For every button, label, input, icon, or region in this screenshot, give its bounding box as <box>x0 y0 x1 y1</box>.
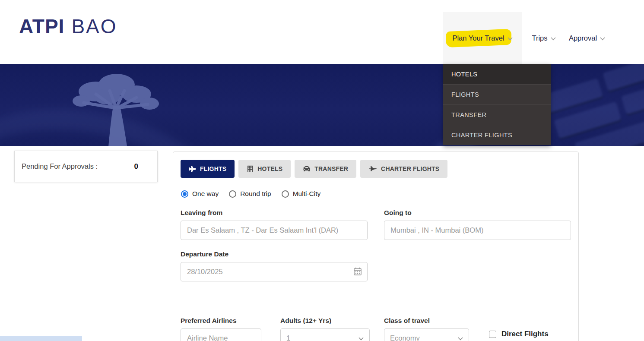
tab-transfer-label: TRANSFER <box>314 165 348 172</box>
radio-one-way[interactable]: One way <box>181 190 219 198</box>
nav-plan-your-travel-label: Plan Your Travel <box>452 34 504 42</box>
departure-date-label: Departure Date <box>181 250 228 258</box>
nav-plan-your-travel[interactable]: Plan Your Travel <box>443 12 522 64</box>
radio-multi-city-label: Multi-City <box>293 190 321 198</box>
going-to-input[interactable] <box>384 221 571 240</box>
chevron-down-icon <box>508 37 513 41</box>
radio-unselected-icon[interactable] <box>229 190 236 198</box>
leaving-from-input[interactable] <box>181 221 368 240</box>
nav-trips[interactable]: Trips <box>524 12 564 64</box>
preferred-airlines-input[interactable] <box>181 328 261 341</box>
bottom-left-widget-edge <box>0 336 82 341</box>
logo[interactable]: ATPI BAO <box>19 15 117 38</box>
booking-tabs: FLIGHTS HOTELS TRANSFER CHARTER FLIGHTS <box>181 160 447 178</box>
tab-charter-flights-label: CHARTER FLIGHTS <box>381 165 439 172</box>
tab-charter-flights[interactable]: CHARTER FLIGHTS <box>360 160 447 178</box>
radio-round-trip-label: Round trip <box>240 190 271 198</box>
header: ATPI BAO Plan Your Travel Trips Approval <box>0 0 644 64</box>
tab-flights[interactable]: FLIGHTS <box>181 160 235 178</box>
chevron-down-icon <box>600 37 605 41</box>
pending-approvals-card: Pending For Approvals : 0 <box>14 151 158 182</box>
calendar-icon[interactable] <box>353 267 362 278</box>
class-of-travel-select[interactable]: Economy <box>384 328 469 341</box>
fighter-jet-icon <box>368 165 377 172</box>
tab-hotels[interactable]: HOTELS <box>238 160 291 178</box>
tab-flights-label: FLIGHTS <box>200 165 226 172</box>
radio-unselected-icon[interactable] <box>282 190 289 198</box>
trip-type-options: One way Round trip Multi-City <box>181 190 320 198</box>
hotel-icon <box>247 165 254 172</box>
nav-approval[interactable]: Approval <box>563 12 611 64</box>
tab-transfer[interactable]: TRANSFER <box>295 160 356 178</box>
going-to-label: Going to <box>384 209 412 217</box>
radio-multi-city[interactable]: Multi-City <box>282 190 321 198</box>
car-icon <box>303 165 311 172</box>
direct-flights-option[interactable]: Direct Flights <box>489 330 549 338</box>
nav-approval-label: Approval <box>569 34 597 42</box>
departure-date-input[interactable] <box>181 262 368 281</box>
radio-one-way-label: One way <box>192 190 219 198</box>
class-of-travel-label: Class of travel <box>384 317 430 325</box>
adults-label: Adults (12+ Yrs) <box>280 317 331 325</box>
chevron-down-icon <box>458 334 463 341</box>
chevron-down-icon <box>551 37 556 41</box>
tab-hotels-label: HOTELS <box>257 165 282 172</box>
pending-approvals-count: 0 <box>134 162 138 171</box>
radio-round-trip[interactable]: Round trip <box>229 190 271 198</box>
dropdown-item-transfer[interactable]: TRANSFER <box>443 104 551 125</box>
logo-primary-text: ATPI <box>19 15 64 38</box>
plane-icon <box>189 165 196 173</box>
adults-select-value: 1 <box>286 334 290 341</box>
direct-flights-checkbox[interactable] <box>489 331 496 338</box>
radio-selected-icon[interactable] <box>181 190 188 198</box>
dropdown-item-flights[interactable]: FLIGHTS <box>443 84 551 104</box>
preferred-airlines-label: Preferred Airlines <box>181 317 237 325</box>
direct-flights-label: Direct Flights <box>501 330 549 338</box>
chevron-down-icon <box>358 334 364 341</box>
class-of-travel-value: Economy <box>390 334 420 341</box>
plan-your-travel-dropdown: HOTELS FLIGHTS TRANSFER CHARTER FLIGHTS <box>443 64 551 145</box>
dropdown-item-charter-flights[interactable]: CHARTER FLIGHTS <box>443 125 551 145</box>
nav-trips-label: Trips <box>532 34 547 42</box>
booking-widget-card: FLIGHTS HOTELS TRANSFER CHARTER FLIGHTS <box>173 152 579 341</box>
dropdown-item-hotels[interactable]: HOTELS <box>443 64 551 84</box>
leaving-from-label: Leaving from <box>181 209 222 217</box>
baobab-tree-illustration <box>65 66 168 146</box>
departure-date-field <box>181 262 368 281</box>
page: ATPI BAO Plan Your Travel Trips Approval <box>0 0 644 341</box>
pending-approvals-label: Pending For Approvals : <box>22 162 98 170</box>
adults-select[interactable]: 1 <box>280 328 370 341</box>
logo-secondary-text: BAO <box>71 15 117 38</box>
